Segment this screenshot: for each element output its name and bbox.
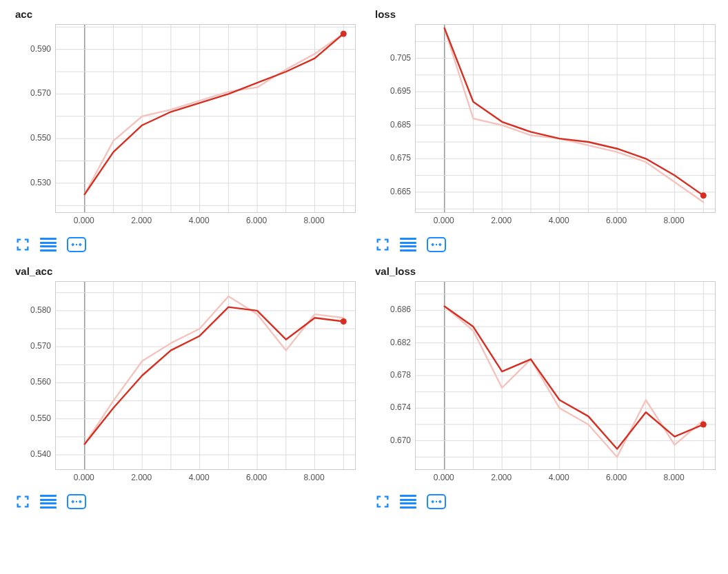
x-tick-label: 0.000 [74, 216, 94, 225]
x-tick-label: 6.000 [246, 216, 267, 225]
y-tick-label: 0.695 [390, 86, 411, 96]
svg-point-45 [436, 244, 437, 245]
panel-val_acc: val_acc 0.5400.5500.5600.5700.580 0.0002… [12, 265, 356, 510]
lines-icon[interactable] [40, 238, 57, 252]
panel-title: val_acc [15, 265, 356, 277]
x-tick-label: 8.000 [304, 473, 325, 482]
y-tick-label: 0.590 [30, 44, 51, 54]
chart-toolbar [15, 493, 356, 510]
fit-icon[interactable] [426, 493, 447, 510]
x-tick-label: 4.000 [189, 216, 210, 225]
svg-point-19 [341, 30, 347, 37]
y-tick-label: 0.670 [390, 435, 411, 445]
chart-toolbar [375, 236, 716, 253]
y-tick-label: 0.665 [390, 187, 411, 196]
x-tick-label: 0.000 [434, 473, 454, 482]
plot[interactable] [55, 281, 356, 470]
x-axis: 0.0002.0004.0006.0008.000 [55, 470, 354, 488]
x-axis: 0.0002.0004.0006.0008.000 [415, 470, 714, 488]
panel-title: loss [375, 8, 716, 20]
svg-point-92 [436, 501, 437, 502]
y-tick-label: 0.685 [390, 120, 411, 130]
y-tick-label: 0.678 [390, 370, 411, 380]
panel-title: val_loss [375, 265, 716, 277]
y-axis: 0.6650.6750.6850.6950.705 [372, 24, 415, 212]
svg-point-21 [76, 244, 77, 245]
y-tick-label: 0.550 [30, 133, 51, 143]
chart-area[interactable]: 0.5400.5500.5600.5700.580 0.0002.0004.00… [12, 281, 356, 488]
x-tick-label: 2.000 [131, 473, 152, 482]
y-tick-label: 0.580 [30, 305, 51, 315]
plot[interactable] [415, 24, 716, 213]
charts-grid: acc 0.5300.5500.5700.590 0.0002.0004.000… [0, 0, 728, 526]
plot[interactable] [415, 281, 716, 470]
x-tick-label: 0.000 [74, 473, 94, 482]
x-tick-label: 4.000 [189, 473, 210, 482]
x-axis: 0.0002.0004.0006.0008.000 [55, 213, 354, 231]
y-tick-label: 0.674 [390, 402, 411, 412]
x-tick-label: 4.000 [549, 216, 569, 225]
svg-point-43 [700, 192, 707, 198]
expand-icon[interactable] [15, 494, 30, 509]
y-tick-label: 0.686 [390, 305, 411, 314]
y-tick-label: 0.530 [30, 178, 51, 187]
y-tick-label: 0.560 [30, 377, 51, 387]
svg-point-90 [700, 421, 707, 427]
y-tick-label: 0.705 [390, 53, 411, 63]
panel-title: acc [15, 8, 356, 20]
y-axis: 0.6700.6740.6780.6820.686 [372, 281, 415, 469]
y-axis: 0.5400.5500.5600.5700.580 [12, 281, 55, 469]
x-tick-label: 2.000 [491, 216, 512, 225]
x-tick-label: 6.000 [606, 473, 627, 482]
x-tick-label: 4.000 [549, 473, 569, 482]
x-axis: 0.0002.0004.0006.0008.000 [415, 213, 714, 231]
lines-icon[interactable] [400, 495, 416, 509]
x-tick-label: 8.000 [304, 216, 325, 225]
y-tick-label: 0.540 [30, 449, 51, 459]
fit-icon[interactable] [426, 236, 447, 253]
svg-point-68 [76, 501, 77, 502]
lines-icon[interactable] [400, 238, 416, 252]
plot[interactable] [55, 24, 356, 213]
fit-icon[interactable] [66, 493, 87, 510]
y-tick-label: 0.682 [390, 338, 411, 347]
y-tick-label: 0.570 [30, 341, 51, 351]
panel-acc: acc 0.5300.5500.5700.590 0.0002.0004.000… [12, 8, 356, 253]
y-axis: 0.5300.5500.5700.590 [12, 24, 55, 212]
x-tick-label: 8.000 [664, 216, 685, 225]
y-tick-label: 0.675 [390, 153, 411, 163]
chart-area[interactable]: 0.5300.5500.5700.590 0.0002.0004.0006.00… [12, 24, 356, 231]
x-tick-label: 2.000 [131, 216, 152, 225]
fit-icon[interactable] [66, 236, 87, 253]
x-tick-label: 6.000 [606, 216, 627, 225]
x-tick-label: 8.000 [664, 473, 685, 482]
y-tick-label: 0.550 [30, 413, 51, 423]
expand-icon[interactable] [375, 237, 390, 252]
lines-icon[interactable] [40, 495, 57, 509]
x-tick-label: 2.000 [491, 473, 512, 482]
panel-val_loss: val_loss 0.6700.6740.6780.6820.686 0.000… [372, 265, 716, 510]
y-tick-label: 0.570 [30, 88, 51, 98]
chart-area[interactable]: 0.6700.6740.6780.6820.686 0.0002.0004.00… [372, 281, 716, 488]
panel-loss: loss 0.6650.6750.6850.6950.705 0.0002.00… [372, 8, 716, 253]
x-tick-label: 6.000 [246, 473, 267, 482]
expand-icon[interactable] [375, 494, 390, 509]
chart-area[interactable]: 0.6650.6750.6850.6950.705 0.0002.0004.00… [372, 24, 716, 231]
x-tick-label: 0.000 [434, 216, 454, 225]
svg-point-66 [341, 318, 347, 325]
chart-toolbar [15, 236, 356, 253]
chart-toolbar [375, 493, 716, 510]
expand-icon[interactable] [15, 237, 30, 252]
